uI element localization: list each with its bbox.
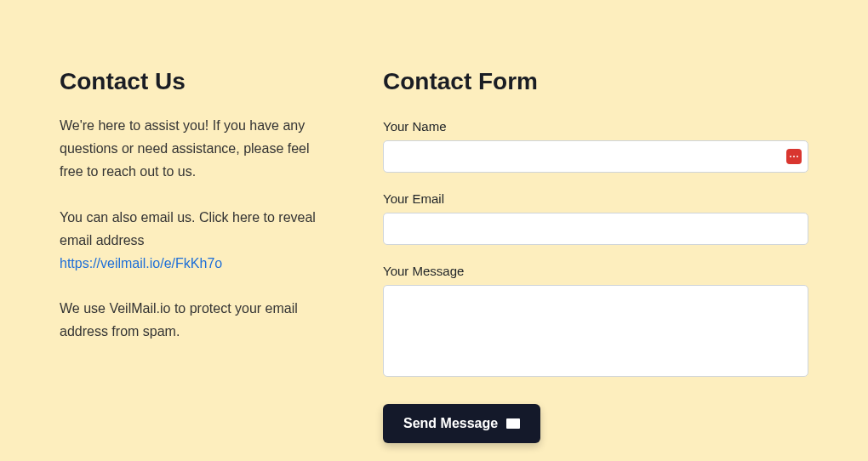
envelope-icon	[506, 418, 520, 429]
form-title: Contact Form	[383, 68, 808, 95]
email-label: Your Email	[383, 191, 808, 206]
contact-protect-text: We use VeilMail.io to protect your email…	[60, 297, 332, 343]
name-field[interactable]	[383, 140, 808, 173]
send-button-label: Send Message	[403, 416, 498, 431]
message-label: Your Message	[383, 264, 808, 278]
send-message-button[interactable]: Send Message	[383, 404, 540, 443]
contact-info-panel: Contact Us We're here to assist you! If …	[60, 68, 332, 443]
veilmail-link[interactable]: https://veilmail.io/e/FkKh7o	[60, 252, 222, 275]
contact-title: Contact Us	[60, 68, 332, 95]
password-manager-icon[interactable]	[786, 149, 802, 164]
email-field[interactable]	[383, 213, 808, 245]
contact-intro-text: We're here to assist you! If you have an…	[60, 114, 332, 184]
name-label: Your Name	[383, 119, 808, 134]
contact-email-intro: You can also email us. Click here to rev…	[60, 206, 332, 252]
contact-form-panel: Contact Form Your Name Your Email Your M…	[383, 68, 808, 443]
message-field[interactable]	[383, 285, 808, 377]
